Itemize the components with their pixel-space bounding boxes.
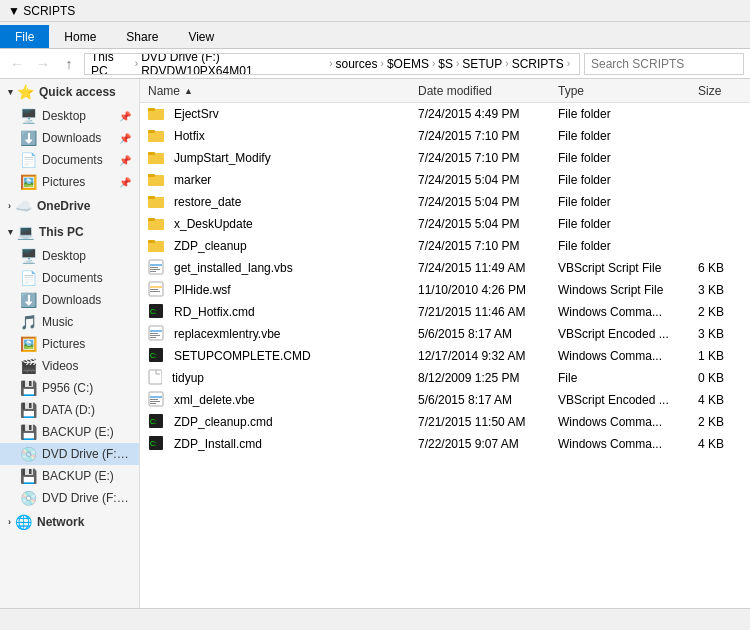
sidebar-section-onedrive[interactable]: › ☁️ OneDrive bbox=[0, 193, 139, 219]
file-type: File folder bbox=[558, 107, 611, 121]
sidebar-section-quick-access[interactable]: ▾ ⭐ Quick access bbox=[0, 79, 139, 105]
table-row[interactable]: C: ZDP_cleanup.cmd 7/21/2015 11:50 AM Wi… bbox=[140, 411, 750, 433]
back-button[interactable]: ← bbox=[6, 53, 28, 75]
file-size-cell bbox=[690, 125, 750, 147]
chevron-right-icon: › bbox=[8, 517, 11, 527]
table-row[interactable]: JumpStart_Modify 7/24/2015 7:10 PM File … bbox=[140, 147, 750, 169]
file-size-cell: 4 KB bbox=[690, 389, 750, 411]
file-type: Windows Comma... bbox=[558, 349, 662, 363]
table-row[interactable]: marker 7/24/2015 5:04 PM File folder bbox=[140, 169, 750, 191]
sidebar-item-documents-pinned[interactable]: 📄 Documents 📌 bbox=[0, 149, 139, 171]
file-date: 7/21/2015 11:46 AM bbox=[418, 305, 525, 319]
sidebar-item-p956[interactable]: 💾 P956 (C:) bbox=[0, 377, 139, 399]
sidebar-item-label: BACKUP (E:) bbox=[42, 425, 114, 439]
search-input[interactable] bbox=[584, 53, 744, 75]
sidebar-item-videos[interactable]: 🎬 Videos bbox=[0, 355, 139, 377]
table-row[interactable]: C: RD_Hotfix.cmd 7/21/2015 11:46 AM Wind… bbox=[140, 301, 750, 323]
file-size-cell: 3 KB bbox=[690, 279, 750, 301]
file-name: PlHide.wsf bbox=[174, 283, 231, 297]
sidebar-item-documents[interactable]: 📄 Documents bbox=[0, 267, 139, 289]
table-row[interactable]: Hotfix 7/24/2015 7:10 PM File folder bbox=[140, 125, 750, 147]
file-type: File folder bbox=[558, 129, 611, 143]
file-type: File bbox=[558, 371, 577, 385]
address-bar: ← → ↑ This PC › DVD Drive (F:) RDVDW10PX… bbox=[0, 49, 750, 79]
breadcrumb-scripts[interactable]: SCRIPTS bbox=[512, 57, 564, 71]
file-type: Windows Comma... bbox=[558, 415, 662, 429]
tab-home[interactable]: Home bbox=[49, 25, 111, 48]
sidebar-item-backup-e2[interactable]: 💾 BACKUP (E:) bbox=[0, 465, 139, 487]
file-type-icon: C: bbox=[148, 303, 169, 322]
svg-rect-18 bbox=[150, 271, 156, 272]
file-type-icon bbox=[148, 281, 169, 300]
svg-rect-1 bbox=[148, 108, 155, 111]
tab-share[interactable]: Share bbox=[111, 25, 173, 48]
file-type: VBScript Encoded ... bbox=[558, 327, 669, 341]
sidebar-item-music[interactable]: 🎵 Music bbox=[0, 311, 139, 333]
file-name-cell: C: ZDP_cleanup.cmd bbox=[140, 411, 410, 433]
table-row[interactable]: tidyup 8/12/2009 1:25 PM File 0 KB bbox=[140, 367, 750, 389]
sidebar-item-downloads-pinned[interactable]: ⬇️ Downloads 📌 bbox=[0, 127, 139, 149]
table-row[interactable]: x_DeskUpdate 7/24/2015 5:04 PM File fold… bbox=[140, 213, 750, 235]
svg-rect-16 bbox=[150, 267, 158, 268]
breadcrumb-ss[interactable]: $S bbox=[438, 57, 453, 71]
drive-d-icon: 💾 bbox=[20, 402, 37, 418]
file-date-cell: 8/12/2009 1:25 PM bbox=[410, 367, 550, 389]
sidebar-item-downloads[interactable]: ⬇️ Downloads bbox=[0, 289, 139, 311]
sidebar-section-this-pc[interactable]: ▾ 💻 This PC bbox=[0, 219, 139, 245]
sidebar-section-network[interactable]: › 🌐 Network bbox=[0, 509, 139, 535]
sidebar-item-backup-e[interactable]: 💾 BACKUP (E:) bbox=[0, 421, 139, 443]
table-row[interactable]: C: ZDP_Install.cmd 7/22/2015 9:07 AM Win… bbox=[140, 433, 750, 455]
file-date-cell: 11/10/2010 4:26 PM bbox=[410, 279, 550, 301]
breadcrumb-soems[interactable]: $OEMS bbox=[387, 57, 429, 71]
file-name-cell: get_installed_lang.vbs bbox=[140, 257, 410, 279]
table-row[interactable]: ZDP_cleanup 7/24/2015 7:10 PM File folde… bbox=[140, 235, 750, 257]
sidebar-item-data-d[interactable]: 💾 DATA (D:) bbox=[0, 399, 139, 421]
forward-button[interactable]: → bbox=[32, 53, 54, 75]
ribbon: File Home Share View bbox=[0, 22, 750, 49]
svg-rect-15 bbox=[150, 264, 162, 266]
file-date: 7/24/2015 11:49 AM bbox=[418, 261, 525, 275]
file-size: 2 KB bbox=[698, 415, 724, 429]
file-type-cell: Windows Comma... bbox=[550, 301, 690, 323]
col-header-name[interactable]: Name ▲ bbox=[140, 79, 410, 102]
sidebar-section-onedrive-label: OneDrive bbox=[37, 199, 90, 213]
svg-text:C:: C: bbox=[150, 418, 157, 425]
sidebar-item-dvd-active[interactable]: 💿 DVD Drive (F:) RDVE bbox=[0, 443, 139, 465]
sidebar-item-pictures[interactable]: 🖼️ Pictures bbox=[0, 333, 139, 355]
desktop-icon: 🖥️ bbox=[20, 248, 37, 264]
breadcrumb-dvd[interactable]: DVD Drive (F:) RDVDW10PX64M01 bbox=[141, 53, 326, 75]
table-row[interactable]: replacexmlentry.vbe 5/6/2015 8:17 AM VBS… bbox=[140, 323, 750, 345]
breadcrumb-sources[interactable]: sources bbox=[336, 57, 378, 71]
table-row[interactable]: PlHide.wsf 11/10/2010 4:26 PM Windows Sc… bbox=[140, 279, 750, 301]
file-type: VBScript Script File bbox=[558, 261, 661, 275]
table-row[interactable]: get_installed_lang.vbs 7/24/2015 11:49 A… bbox=[140, 257, 750, 279]
file-name: xml_delete.vbe bbox=[174, 393, 255, 407]
pin-icon: 📌 bbox=[119, 155, 131, 166]
breadcrumb-thispc[interactable]: This PC bbox=[91, 53, 132, 75]
up-button[interactable]: ↑ bbox=[58, 53, 80, 75]
file-type-cell: File folder bbox=[550, 147, 690, 169]
sidebar-item-desktop[interactable]: 🖥️ Desktop bbox=[0, 245, 139, 267]
table-row[interactable]: C: SETUPCOMPLETE.CMD 12/17/2014 9:32 AM … bbox=[140, 345, 750, 367]
sort-arrow-icon: ▲ bbox=[184, 86, 193, 96]
sidebar-item-label: DATA (D:) bbox=[42, 403, 95, 417]
svg-rect-20 bbox=[150, 286, 162, 288]
tab-file[interactable]: File bbox=[0, 25, 49, 48]
table-row[interactable]: xml_delete.vbe 5/6/2015 8:17 AM VBScript… bbox=[140, 389, 750, 411]
file-type: File folder bbox=[558, 173, 611, 187]
sidebar-item-desktop-pinned[interactable]: 🖥️ Desktop 📌 bbox=[0, 105, 139, 127]
col-header-size[interactable]: Size bbox=[690, 79, 750, 102]
breadcrumb[interactable]: This PC › DVD Drive (F:) RDVDW10PX64M01 … bbox=[84, 53, 580, 75]
col-header-date[interactable]: Date modified bbox=[410, 79, 550, 102]
breadcrumb-setup[interactable]: SETUP bbox=[462, 57, 502, 71]
drive-e2-icon: 💾 bbox=[20, 468, 37, 484]
file-date-cell: 7/24/2015 5:04 PM bbox=[410, 169, 550, 191]
sidebar-item-dvd2[interactable]: 💿 DVD Drive (F:) RDVDW bbox=[0, 487, 139, 509]
sidebar-item-pictures-pinned[interactable]: 🖼️ Pictures 📌 bbox=[0, 171, 139, 193]
col-header-type[interactable]: Type bbox=[550, 79, 690, 102]
table-row[interactable]: restore_date 7/24/2015 5:04 PM File fold… bbox=[140, 191, 750, 213]
file-type: File folder bbox=[558, 195, 611, 209]
file-type-icon bbox=[148, 325, 169, 344]
tab-view[interactable]: View bbox=[173, 25, 229, 48]
table-row[interactable]: EjectSrv 7/24/2015 4:49 PM File folder bbox=[140, 103, 750, 125]
